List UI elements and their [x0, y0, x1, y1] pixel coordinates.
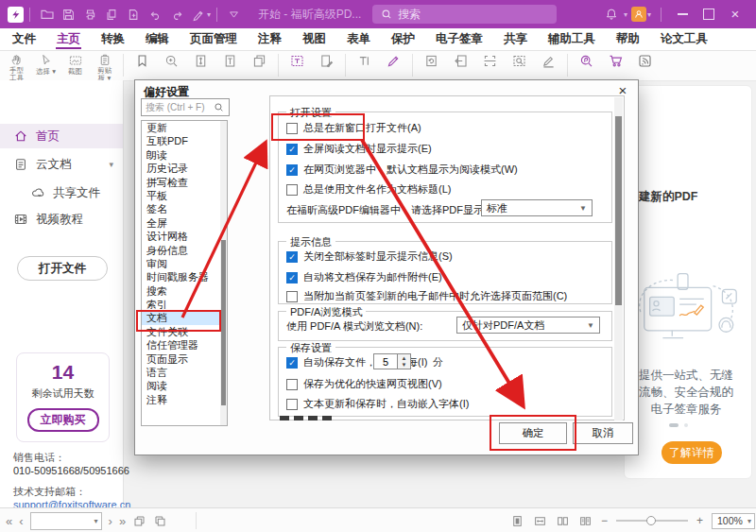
edit-text-button[interactable] [283, 51, 312, 82]
sidebar-item-video-tutorials[interactable]: 视频教程 [0, 207, 123, 232]
open-file-icon[interactable] [36, 4, 58, 25]
account-caret-icon[interactable]: ▾ [647, 10, 651, 19]
next-page-icon[interactable]: › [109, 514, 112, 528]
open-file-button[interactable]: 打开文件 [17, 256, 108, 281]
pref-item-search[interactable]: 搜索 [142, 284, 227, 298]
next-view-icon[interactable] [153, 514, 167, 528]
checkbox[interactable] [286, 123, 298, 134]
single-page-view-icon[interactable] [510, 514, 524, 528]
ocr-button[interactable] [505, 51, 534, 82]
menu-page-organize[interactable]: 页面管理 [180, 28, 248, 50]
edit-object-button[interactable] [312, 51, 341, 82]
account-avatar[interactable] [631, 7, 646, 22]
menu-share[interactable]: 共享 [493, 28, 538, 50]
pref-item-connected-pdf[interactable]: 互联PDF [142, 134, 227, 147]
content-pane-scrollbar[interactable] [614, 97, 623, 420]
notification-bell-icon[interactable] [601, 4, 623, 25]
learn-more-button[interactable]: 了解详情 [662, 441, 722, 464]
option-filename-as-title[interactable]: 总是使用文件名作为文档标题(L) [286, 182, 451, 197]
autosave-interval-input[interactable]: 5 [373, 353, 398, 369]
pref-item-file-association[interactable]: 文件关联 [142, 325, 227, 338]
buy-now-button[interactable]: 立即购买 [27, 408, 99, 432]
undo-icon[interactable] [145, 4, 166, 25]
ok-button[interactable]: 确定 [499, 422, 567, 444]
pref-item-spell-check[interactable]: 拼写检查 [142, 176, 227, 189]
pref-item-read-aloud[interactable]: 朗读 [142, 148, 227, 162]
search-replace-button[interactable] [572, 51, 601, 82]
redo-icon[interactable] [166, 4, 188, 25]
titlebar-search[interactable]: 搜索 [372, 5, 557, 24]
two-page-view-icon[interactable] [556, 514, 570, 528]
option-browser-read-mode[interactable]: 在网页浏览器中，默认文档显示为阅读模式(W) [286, 163, 518, 177]
pref-item-index[interactable]: 索引 [142, 298, 227, 311]
menu-paper-tools[interactable]: 论文工具 [650, 28, 718, 50]
preferences-search-box[interactable] [141, 98, 230, 116]
pref-item-review[interactable]: 审阅 [142, 257, 227, 270]
prev-view-icon[interactable] [132, 514, 146, 528]
checkbox[interactable] [286, 272, 298, 283]
checkbox[interactable] [286, 379, 298, 390]
pref-item-documents-selected[interactable]: 文档 [142, 311, 227, 324]
checkbox[interactable] [286, 251, 298, 263]
page-number-box[interactable]: ▾ [30, 512, 102, 530]
close-window-button[interactable]: × [724, 4, 747, 25]
rotate-page-button[interactable] [417, 51, 446, 82]
option-fast-web-view[interactable]: 保存为优化的快速网页视图(V) [286, 377, 442, 391]
subscribe-rss-button[interactable] [630, 51, 660, 82]
cancel-button[interactable]: 取消 [573, 422, 633, 444]
checkbox[interactable] [286, 357, 298, 369]
pref-item-identity[interactable]: 身份信息 [142, 244, 227, 257]
pref-item-history[interactable]: 历史记录 [142, 162, 227, 175]
preferences-search-input[interactable] [142, 102, 214, 112]
pdf-display-mode-select[interactable]: 标准 ▼ [481, 199, 593, 216]
notification-caret-icon[interactable]: ▾ [624, 10, 627, 19]
option-save-as-attachment[interactable]: 自动将文档保存为邮件附件(E) [286, 270, 442, 284]
menu-form[interactable]: 表单 [336, 28, 381, 50]
fit-page-button[interactable] [186, 51, 215, 82]
pref-item-trust-manager[interactable]: 信任管理器 [142, 338, 227, 352]
book-view-icon[interactable] [578, 514, 593, 528]
pref-item-update[interactable]: 更新 [142, 121, 227, 134]
zoom-out-icon[interactable]: − [601, 514, 608, 527]
zoom-in-icon[interactable]: + [696, 514, 703, 527]
pref-item-tablet[interactable]: 平板 [142, 189, 227, 202]
option-close-tabs-prompt[interactable]: 关闭全部标签时显示提示信息(S) [286, 249, 453, 264]
checkbox[interactable] [286, 291, 298, 302]
pref-item-page-display[interactable]: 页面显示 [142, 352, 227, 366]
page-number-input[interactable] [31, 516, 92, 526]
insert-page-button[interactable] [446, 51, 475, 82]
pref-item-commenting[interactable]: 注释 [142, 393, 227, 406]
pref-item-layout-grid[interactable]: 设计网格 [142, 230, 227, 243]
checkbox[interactable] [286, 164, 298, 176]
sidebar-item-cloud-docs[interactable]: 云文档 ▾ [0, 152, 123, 177]
menu-protect[interactable]: 保护 [381, 28, 425, 50]
sign-pencil-button[interactable] [534, 51, 563, 82]
new-document-icon[interactable] [123, 4, 145, 25]
zoom-slider[interactable] [616, 520, 688, 522]
checkbox[interactable] [286, 184, 298, 196]
menu-help[interactable]: 帮助 [606, 28, 650, 50]
menu-esign[interactable]: 电子签章 [425, 28, 493, 50]
save-icon[interactable] [58, 4, 79, 25]
select-tool-button[interactable]: 选择 ▾ [31, 51, 60, 82]
menu-edit[interactable]: 编辑 [135, 28, 180, 50]
pdfa-mode-select[interactable]: 仅针对PDF/A文档 ▼ [456, 317, 600, 334]
option-fullscreen-prompt[interactable]: 全屏阅读文档时显示提示(E) [286, 142, 432, 156]
autosave-interval-stepper[interactable]: ▲▼ [398, 353, 411, 369]
zoom-slider-knob[interactable] [646, 516, 656, 525]
text-page-button[interactable] [215, 51, 245, 82]
checkbox[interactable] [286, 399, 298, 410]
snapshot-button[interactable]: 截图 [60, 51, 90, 82]
scan-button[interactable] [475, 51, 505, 82]
first-page-icon[interactable]: « [6, 514, 12, 528]
copy-icon[interactable] [101, 4, 123, 25]
menu-file[interactable]: 文件 [2, 28, 46, 50]
pref-item-signature[interactable]: 签名 [142, 202, 227, 215]
pref-item-reading[interactable]: 阅读 [142, 379, 227, 392]
checkbox[interactable] [286, 144, 298, 155]
sidebar-item-shared-files[interactable]: 共享文件 [0, 180, 123, 205]
store-cart-button[interactable] [601, 51, 630, 82]
category-list-scrollbar[interactable] [220, 121, 227, 425]
sign-tool-caret-icon[interactable]: ▾ [207, 10, 211, 19]
clipboard-button[interactable]: 剪贴 板 ▾ [90, 51, 119, 82]
